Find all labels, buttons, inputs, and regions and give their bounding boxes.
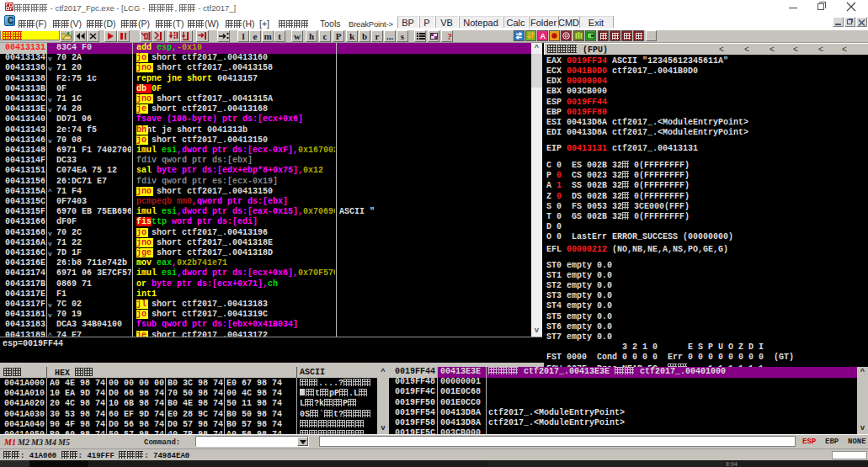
svg-text:A: A <box>541 32 546 40</box>
